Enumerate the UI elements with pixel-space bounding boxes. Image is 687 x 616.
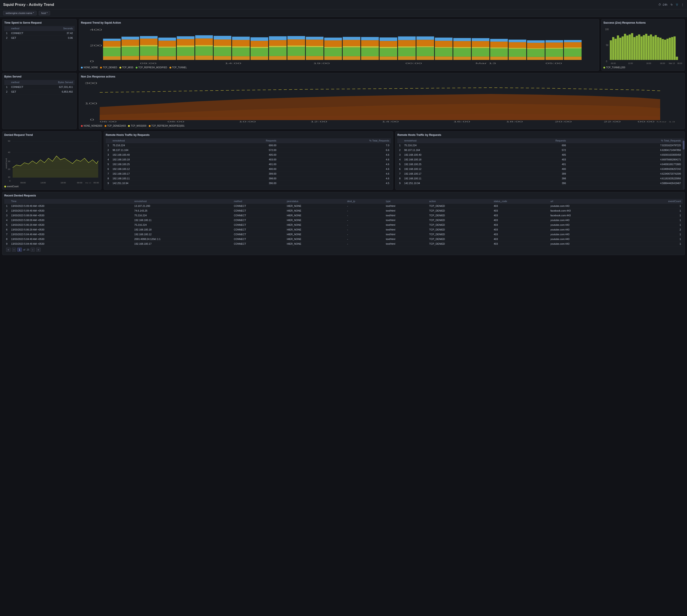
bytes-served-title: Bytes Served <box>4 75 74 78</box>
legend-item: eventCount <box>4 185 19 188</box>
col-requests: Requests <box>211 138 278 143</box>
next-page-button[interactable]: › <box>31 248 35 252</box>
svg-rect-148 <box>624 34 626 60</box>
col-pct: % Total_Requests <box>278 138 391 143</box>
remote-hosts-truncated-table: remotehost Requests % Total_Requests 175… <box>106 138 391 186</box>
table-row: 8192.168.100.113984.611819235225956 <box>398 176 683 181</box>
time-range-label: -24h <box>662 3 667 6</box>
more-options-button[interactable]: ⋮ <box>681 3 684 6</box>
recent-denied-title: Recent Denied Requests <box>4 194 683 197</box>
svg-text:40: 40 <box>8 151 10 153</box>
svg-text:06:00: 06:00 <box>611 62 616 64</box>
table-row: 613/03/2023 5:06:29 AM +0530192.168.100.… <box>4 227 683 232</box>
success-legend: TCP_TUNNEL|200 <box>603 66 683 69</box>
svg-rect-161 <box>654 35 657 60</box>
svg-text:18:00: 18:00 <box>506 120 523 123</box>
table-row: 413/03/2023 5:08:09 AM +0530192.168.100.… <box>4 218 683 223</box>
header-controls: ⏱ -24h ↻ ▽ ⋮ <box>658 3 684 6</box>
col-time: Time <box>9 199 132 204</box>
col-num <box>106 138 111 143</box>
table-row: 175.216.2246067.022016224797225 <box>398 143 683 148</box>
svg-rect-170 <box>676 57 678 60</box>
time-spent-panel: Time Spent to Serve Request method Secon… <box>2 19 77 71</box>
remote-hosts-full-table: remotehost Requests % Total_Requests 175… <box>398 138 683 186</box>
svg-rect-146 <box>619 38 621 60</box>
filter-pill-webengine[interactable]: webengine.cluster.name * <box>3 11 37 15</box>
recent-denied-table: Time remotehost method peerstatus dest_i… <box>4 199 683 246</box>
of-label: of <box>23 248 25 251</box>
request-trend-legend: NONE_NONETCP_DENIEDTCP_MISSTCP_REFRESH_M… <box>81 66 597 69</box>
table-row: 8192.168.100.11398.004.6 <box>106 176 391 181</box>
svg-rect-150 <box>629 35 631 60</box>
remote-hosts-truncated-panel: Remote Hosts Traffic by Requests remoteh… <box>104 131 393 190</box>
svg-text:Mar 13: Mar 13 <box>85 182 91 183</box>
table-row: 4192.168.100.184034.669756662804171 <box>398 157 683 162</box>
col-remotehost: remotehost <box>132 199 232 204</box>
legend-item: NONE_NONE|503 <box>81 125 102 127</box>
prev-page-button[interactable]: ‹ <box>12 248 16 252</box>
col-event-count: eventCount <box>628 199 683 204</box>
clock-icon: ⏱ <box>658 3 661 6</box>
table-row: 5192.168.100.254014.646581691772885 <box>398 162 683 167</box>
refresh-button[interactable]: ↻ <box>670 3 673 6</box>
svg-text:18:00: 18:00 <box>646 62 651 64</box>
col-num <box>4 26 9 31</box>
table-row: 113/03/2023 5:09:49 AM +053013.107.21.20… <box>4 204 683 208</box>
svg-rect-163 <box>659 38 662 60</box>
time-range-control[interactable]: ⏱ -24h <box>658 3 667 6</box>
table-row: 3192.168.100.40405.004.6 <box>106 153 391 157</box>
svg-rect-154 <box>638 35 640 60</box>
header: Squid Proxy - Activity Trend ⏱ -24h ↻ ▽ … <box>0 0 687 9</box>
table-row: 7192.168.100.17399.004.6 <box>106 172 391 176</box>
table-row: 6192.168.100.124004.634994206257242 <box>398 167 683 172</box>
request-trend-title: Request Trend by Squid Action <box>81 21 597 24</box>
success-response-panel: Success (2xx) Response Actions 100 50 0 … <box>601 19 685 71</box>
filter-pill-host[interactable]: host * <box>39 11 50 15</box>
success-response-chart: 100 50 0 06:00 12:00 18:00 00:00 Mar 13 … <box>603 26 683 65</box>
svg-text:00:00: 00:00 <box>405 62 422 64</box>
non-2xx-chart: 300 100 0 <box>81 80 683 123</box>
filter-bar: webengine.cluster.name * host * <box>0 9 687 17</box>
col-num <box>4 199 9 204</box>
table-row: 213/03/2023 5:09:49 AM +053074.6.143.25C… <box>4 208 683 213</box>
last-page-button[interactable]: » <box>36 248 41 252</box>
svg-text:06:00: 06:00 <box>100 120 116 123</box>
col-dest-ip: dest_ip <box>345 199 384 204</box>
svg-rect-160 <box>652 37 654 60</box>
svg-text:14:00: 14:00 <box>225 62 241 64</box>
table-row: 313/03/2023 5:08:09 AM +053075.216.224CO… <box>4 213 683 218</box>
svg-text:Mar 13: Mar 13 <box>656 121 675 123</box>
svg-rect-155 <box>641 37 643 60</box>
legend-item: TCP_DENIED <box>100 66 117 69</box>
table-row: 513/03/2023 5:06:29 AM +053075.216.224CO… <box>4 223 683 227</box>
svg-rect-168 <box>671 37 673 60</box>
filter-button[interactable]: ▽ <box>676 3 678 6</box>
row-2: Bytes Served method Bytes Served 1CONNEC… <box>2 73 685 129</box>
svg-text:100: 100 <box>605 28 609 31</box>
col-type: type <box>384 199 427 204</box>
legend-item: NONE_NONE <box>81 66 98 69</box>
col-method: method <box>9 26 45 31</box>
legend-item: TCP_REFRESH_MODIFIED <box>136 66 167 69</box>
request-trend-chart: 400 200 0 // will be rendered via JS bel… <box>81 26 597 65</box>
svg-rect-169 <box>673 37 676 60</box>
col-pct: % Total_Requests <box>568 138 683 143</box>
svg-rect-147 <box>622 37 624 60</box>
remote-hosts-full-title: Remote Hosts Traffic by Requests <box>398 133 683 136</box>
table-row: 5192.168.100.25401.004.6 <box>106 162 391 167</box>
table-row: 913/03/2023 5:04:49 AM +0530192.168.100.… <box>4 242 683 246</box>
col-method: method <box>9 80 39 85</box>
svg-text:50: 50 <box>8 140 10 142</box>
main-content: Time Spent to Serve Request method Secon… <box>0 17 687 257</box>
current-page[interactable]: 1 <box>17 248 22 252</box>
success-response-title: Success (2xx) Response Actions <box>603 21 683 24</box>
table-row: 298.137.11.164572.006.6 <box>106 148 391 153</box>
pagination: « ‹ 1 of 25 › » <box>4 246 683 253</box>
legend-item: TCP_MISS <box>120 66 133 69</box>
svg-rect-164 <box>662 39 664 60</box>
col-seconds: Seconds <box>45 26 74 31</box>
svg-text:09:00: 09:00 <box>140 62 157 64</box>
first-page-button[interactable]: « <box>6 248 10 252</box>
bytes-served-panel: Bytes Served method Bytes Served 1CONNEC… <box>2 73 77 129</box>
bytes-served-table: method Bytes Served 1CONNECT627,331,4112… <box>4 80 74 94</box>
